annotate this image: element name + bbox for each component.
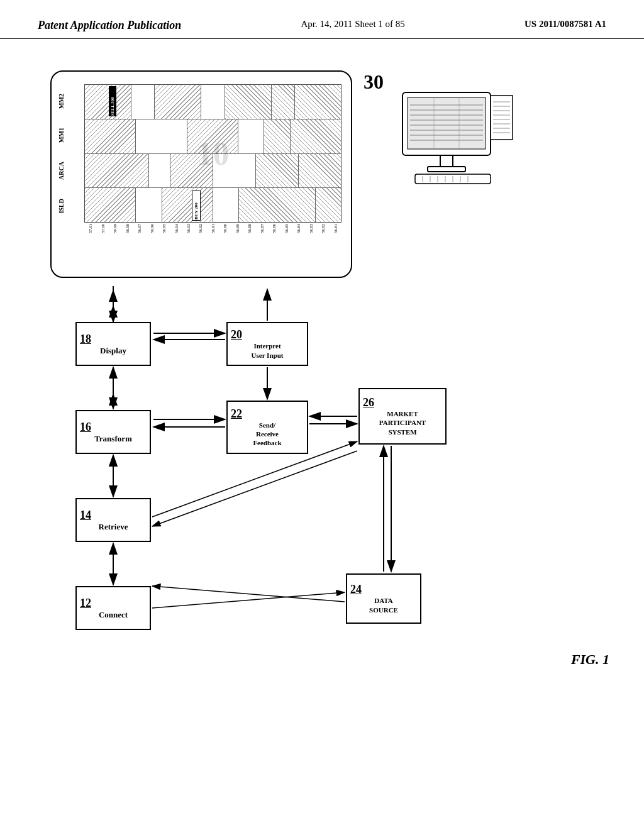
computer-svg: [384, 74, 522, 187]
box-22-label: Send/ReceiveFeedback: [253, 421, 281, 448]
box-20-label: InterpretUser Input: [252, 341, 284, 360]
price-label-15: 56.87: [256, 224, 268, 265]
price-label-14: 56.88: [243, 224, 255, 265]
computer-illustration: [384, 74, 522, 187]
main-content: MM2 MM1 ARCA ISLD SELL 500: [0, 39, 644, 819]
chart-row-mm2: SELL 500: [85, 85, 341, 119]
seg1: [85, 85, 131, 119]
box-20-number: 20: [231, 328, 242, 341]
sheet-info: Apr. 14, 2011 Sheet 1 of 85: [301, 19, 405, 30]
fig-label: FIG. 1: [571, 651, 609, 668]
price-label-8: 56.94: [170, 224, 182, 265]
seg3: [162, 188, 213, 222]
chart-label-30: 30: [364, 70, 384, 94]
price-label-21: 56.81: [329, 224, 341, 265]
seg5: [264, 119, 289, 153]
price-label-17: 56.85: [280, 224, 292, 265]
buy-marker: BUY 200: [192, 191, 201, 221]
seg5: [255, 154, 298, 188]
seg1: [85, 188, 135, 222]
price-label-20: 56.82: [317, 224, 329, 265]
page-header: Patent Application Publication Apr. 14, …: [0, 0, 644, 39]
box-24-number: 24: [350, 583, 362, 596]
box-12-label: Connect: [99, 610, 128, 620]
box-18-number: 18: [80, 333, 91, 346]
box-24: 24 DATASOURCE: [346, 573, 421, 624]
svg-line-50: [152, 451, 357, 526]
seg3: [154, 85, 201, 119]
box-22: 22 Send/ReceiveFeedback: [226, 401, 308, 454]
seg3: [187, 119, 238, 153]
seg6: [298, 154, 341, 188]
chart-row-mm1: [85, 119, 341, 154]
seg5: [238, 188, 315, 222]
svg-line-47: [152, 592, 345, 608]
sell-marker: SELL 500: [109, 86, 116, 116]
box-18-label: Display: [100, 346, 126, 356]
box-16-number: 16: [80, 421, 91, 434]
seg4: [213, 188, 238, 222]
price-label-13: 56.89: [231, 224, 243, 265]
chart-grid: SELL 500: [84, 84, 341, 223]
seg5: [225, 85, 271, 119]
box-24-label: DATASOURCE: [369, 596, 398, 614]
seg6: [290, 119, 341, 153]
price-label-3: 56.99: [109, 224, 121, 265]
box-16-transform: 16 Transform: [75, 410, 151, 454]
seg2: [131, 85, 154, 119]
price-label-4: 56.98: [121, 224, 133, 265]
svg-line-48: [152, 586, 345, 602]
price-label-2: 57.00: [96, 224, 108, 265]
box-26-label: MARKETPARTICIPANTSYSTEM: [379, 409, 426, 436]
price-label-7: 56.95: [158, 224, 170, 265]
box-18-display: 18 Display: [75, 322, 151, 366]
seg2: [135, 119, 186, 153]
box-12-connect: 12 Connect: [75, 586, 151, 630]
seg4: [213, 154, 255, 188]
price-label-9: 56.93: [182, 224, 194, 265]
seg6: [271, 85, 294, 119]
svg-rect-22: [491, 96, 513, 140]
box-12-number: 12: [80, 597, 91, 610]
y-label-mm2: MM2: [58, 94, 83, 109]
seg3: [170, 154, 213, 188]
seg1: [85, 154, 148, 188]
seg4: [238, 119, 264, 153]
svg-rect-13: [428, 167, 465, 172]
patent-number: US 2011/0087581 A1: [525, 19, 606, 30]
y-axis-labels: MM2 MM1 ARCA ISLD: [58, 84, 83, 223]
box-16-label: Transform: [94, 434, 132, 444]
price-label-1: 57.01: [84, 224, 96, 265]
seg4: [201, 85, 224, 119]
box-22-number: 22: [231, 407, 242, 421]
box-14-label: Retrieve: [99, 522, 128, 532]
chart-row-arca: [85, 154, 341, 189]
publication-title: Patent Application Publication: [38, 19, 181, 32]
seg6: [315, 188, 341, 222]
seg7: [294, 85, 341, 119]
box-20: 20 InterpretUser Input: [226, 322, 308, 366]
price-label-19: 56.83: [304, 224, 316, 265]
y-label-mm1: MM1: [58, 128, 83, 143]
chart-row-isld: BUY 200: [85, 188, 341, 222]
box-26: 26 MARKETPARTICIPANTSYSTEM: [358, 388, 447, 445]
price-label-5: 56.97: [133, 224, 145, 265]
price-label-6: 56.96: [145, 224, 157, 265]
seg2: [148, 154, 170, 188]
box-14-retrieve: 14 Retrieve: [75, 498, 151, 542]
trading-chart: MM2 MM1 ARCA ISLD SELL 500: [50, 70, 352, 278]
y-label-arca: ARCA: [58, 162, 83, 180]
seg1: [85, 119, 135, 153]
price-label-12: 56.90: [219, 224, 231, 265]
price-label-10: 56.92: [194, 224, 206, 265]
price-label-18: 56.84: [292, 224, 304, 265]
price-label-16: 56.86: [268, 224, 280, 265]
seg2: [135, 188, 161, 222]
box-26-number: 26: [363, 396, 374, 409]
chart-inner: MM2 MM1 ARCA ISLD SELL 500: [58, 78, 345, 270]
box-14-number: 14: [80, 509, 91, 522]
x-axis-labels: 57.01 57.00 56.99 56.98 56.97 56.96: [84, 224, 341, 265]
y-label-isld: ISLD: [58, 199, 83, 213]
price-label-11: 56.91: [207, 224, 219, 265]
